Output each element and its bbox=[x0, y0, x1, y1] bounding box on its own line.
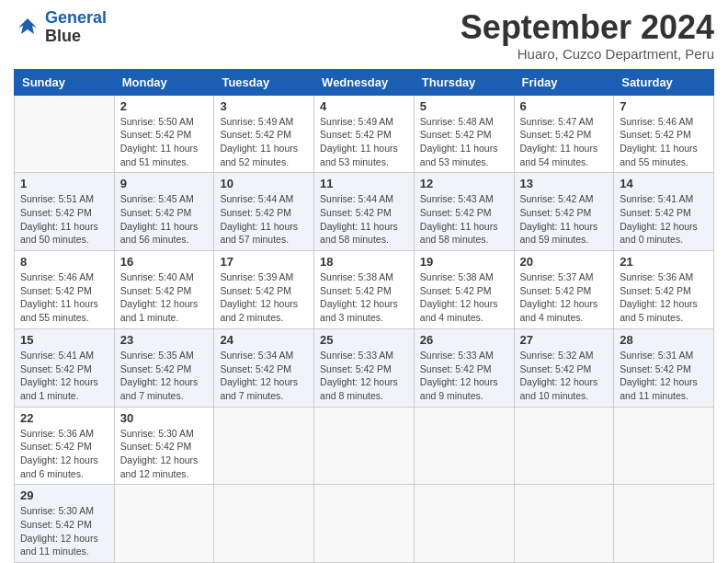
weekday-header: Thursday bbox=[414, 69, 514, 95]
calendar-table: SundayMondayTuesdayWednesdayThursdayFrid… bbox=[14, 69, 714, 563]
day-info: Sunrise: 5:44 AM Sunset: 5:42 PM Dayligh… bbox=[220, 192, 308, 247]
calendar-cell: 25Sunrise: 5:33 AM Sunset: 5:42 PM Dayli… bbox=[314, 328, 415, 407]
day-info: Sunrise: 5:45 AM Sunset: 5:42 PM Dayligh… bbox=[120, 192, 209, 247]
calendar-cell: 4Sunrise: 5:49 AM Sunset: 5:42 PM Daylig… bbox=[314, 95, 415, 173]
day-info: Sunrise: 5:49 AM Sunset: 5:42 PM Dayligh… bbox=[220, 115, 308, 169]
title-block: September 2024 Huaro, Cuzco Department, … bbox=[461, 9, 714, 62]
calendar-cell: 2Sunrise: 5:50 AM Sunset: 5:42 PM Daylig… bbox=[114, 95, 214, 173]
weekday-header: Tuesday bbox=[214, 69, 314, 95]
calendar-cell: 18Sunrise: 5:38 AM Sunset: 5:42 PM Dayli… bbox=[314, 251, 415, 329]
day-number: 13 bbox=[520, 177, 609, 190]
calendar-cell: 19Sunrise: 5:38 AM Sunset: 5:42 PM Dayli… bbox=[414, 251, 514, 329]
calendar-cell: 10Sunrise: 5:44 AM Sunset: 5:42 PM Dayli… bbox=[214, 173, 314, 251]
calendar-cell: 13Sunrise: 5:42 AM Sunset: 5:42 PM Dayli… bbox=[514, 173, 614, 251]
day-info: Sunrise: 5:38 AM Sunset: 5:42 PM Dayligh… bbox=[420, 270, 508, 325]
day-number: 3 bbox=[220, 99, 308, 113]
day-info: Sunrise: 5:36 AM Sunset: 5:42 PM Dayligh… bbox=[620, 270, 708, 325]
day-info: Sunrise: 5:43 AM Sunset: 5:42 PM Dayligh… bbox=[420, 192, 508, 247]
weekday-header-row: SundayMondayTuesdayWednesdayThursdayFrid… bbox=[15, 69, 714, 95]
svg-marker-0 bbox=[18, 18, 37, 34]
calendar-cell: 7Sunrise: 5:46 AM Sunset: 5:42 PM Daylig… bbox=[614, 95, 714, 173]
day-info: Sunrise: 5:41 AM Sunset: 5:42 PM Dayligh… bbox=[20, 349, 108, 403]
day-info: Sunrise: 5:38 AM Sunset: 5:42 PM Dayligh… bbox=[320, 270, 408, 325]
calendar-cell: 21Sunrise: 5:36 AM Sunset: 5:42 PM Dayli… bbox=[614, 251, 714, 329]
day-number: 21 bbox=[620, 255, 708, 269]
calendar-cell: 29Sunrise: 5:30 AM Sunset: 5:42 PM Dayli… bbox=[15, 485, 115, 563]
weekday-header: Monday bbox=[114, 69, 214, 95]
day-info: Sunrise: 5:40 AM Sunset: 5:42 PM Dayligh… bbox=[120, 270, 209, 325]
day-info: Sunrise: 5:39 AM Sunset: 5:42 PM Dayligh… bbox=[220, 270, 308, 325]
calendar-cell: 12Sunrise: 5:43 AM Sunset: 5:42 PM Dayli… bbox=[414, 173, 514, 251]
day-number: 27 bbox=[520, 333, 609, 347]
day-info: Sunrise: 5:34 AM Sunset: 5:42 PM Dayligh… bbox=[220, 349, 308, 403]
logo-icon bbox=[14, 14, 41, 41]
day-info: Sunrise: 5:49 AM Sunset: 5:42 PM Dayligh… bbox=[320, 115, 408, 169]
day-info: Sunrise: 5:37 AM Sunset: 5:42 PM Dayligh… bbox=[520, 270, 609, 325]
day-number: 4 bbox=[320, 99, 408, 113]
calendar-cell: 28Sunrise: 5:31 AM Sunset: 5:42 PM Dayli… bbox=[614, 328, 714, 407]
day-info: Sunrise: 5:35 AM Sunset: 5:42 PM Dayligh… bbox=[120, 349, 209, 403]
day-number: 7 bbox=[620, 99, 708, 113]
logo: GeneralBlue bbox=[14, 9, 107, 46]
day-number: 18 bbox=[320, 255, 408, 269]
day-info: Sunrise: 5:30 AM Sunset: 5:42 PM Dayligh… bbox=[120, 427, 209, 481]
location: Huaro, Cuzco Department, Peru bbox=[461, 46, 714, 62]
day-info: Sunrise: 5:44 AM Sunset: 5:42 PM Dayligh… bbox=[320, 192, 408, 247]
calendar-cell bbox=[214, 407, 314, 485]
calendar-cell: 14Sunrise: 5:41 AM Sunset: 5:42 PM Dayli… bbox=[614, 173, 714, 251]
day-number: 26 bbox=[420, 333, 508, 347]
day-number: 28 bbox=[620, 333, 708, 347]
day-number: 11 bbox=[320, 177, 408, 190]
day-info: Sunrise: 5:51 AM Sunset: 5:42 PM Dayligh… bbox=[20, 192, 108, 247]
day-info: Sunrise: 5:30 AM Sunset: 5:42 PM Dayligh… bbox=[20, 504, 108, 558]
calendar-cell: 27Sunrise: 5:32 AM Sunset: 5:42 PM Dayli… bbox=[514, 328, 614, 407]
calendar-cell: 1Sunrise: 5:51 AM Sunset: 5:42 PM Daylig… bbox=[15, 173, 115, 251]
day-number: 6 bbox=[520, 99, 609, 113]
page-header: GeneralBlue September 2024 Huaro, Cuzco … bbox=[14, 9, 714, 62]
day-info: Sunrise: 5:33 AM Sunset: 5:42 PM Dayligh… bbox=[320, 349, 408, 403]
calendar-cell: 11Sunrise: 5:44 AM Sunset: 5:42 PM Dayli… bbox=[314, 173, 415, 251]
day-number: 22 bbox=[20, 411, 108, 425]
day-number: 25 bbox=[320, 333, 408, 347]
day-info: Sunrise: 5:47 AM Sunset: 5:42 PM Dayligh… bbox=[520, 115, 609, 169]
calendar-week-row: 1Sunrise: 5:51 AM Sunset: 5:42 PM Daylig… bbox=[15, 173, 714, 251]
calendar-cell bbox=[314, 407, 415, 485]
weekday-header: Saturday bbox=[614, 69, 714, 95]
calendar-cell bbox=[15, 95, 115, 173]
calendar-cell: 17Sunrise: 5:39 AM Sunset: 5:42 PM Dayli… bbox=[214, 251, 314, 329]
day-number: 23 bbox=[120, 333, 209, 347]
calendar-cell: 23Sunrise: 5:35 AM Sunset: 5:42 PM Dayli… bbox=[114, 328, 214, 407]
calendar-cell: 9Sunrise: 5:45 AM Sunset: 5:42 PM Daylig… bbox=[114, 173, 214, 251]
day-info: Sunrise: 5:42 AM Sunset: 5:42 PM Dayligh… bbox=[520, 192, 609, 247]
day-number: 30 bbox=[120, 411, 209, 425]
day-number: 10 bbox=[220, 177, 308, 190]
day-info: Sunrise: 5:31 AM Sunset: 5:42 PM Dayligh… bbox=[620, 349, 708, 403]
day-info: Sunrise: 5:33 AM Sunset: 5:42 PM Dayligh… bbox=[420, 349, 508, 403]
calendar-cell: 8Sunrise: 5:46 AM Sunset: 5:42 PM Daylig… bbox=[15, 251, 115, 329]
day-number: 19 bbox=[420, 255, 508, 269]
calendar-cell: 3Sunrise: 5:49 AM Sunset: 5:42 PM Daylig… bbox=[214, 95, 314, 173]
day-number: 9 bbox=[120, 177, 209, 190]
calendar-cell: 30Sunrise: 5:30 AM Sunset: 5:42 PM Dayli… bbox=[114, 407, 214, 485]
calendar-cell: 6Sunrise: 5:47 AM Sunset: 5:42 PM Daylig… bbox=[514, 95, 614, 173]
day-number: 20 bbox=[520, 255, 609, 269]
calendar-cell bbox=[614, 407, 714, 485]
calendar-cell bbox=[214, 485, 314, 563]
calendar-cell: 5Sunrise: 5:48 AM Sunset: 5:42 PM Daylig… bbox=[414, 95, 514, 173]
day-info: Sunrise: 5:36 AM Sunset: 5:42 PM Dayligh… bbox=[20, 427, 108, 481]
day-number: 15 bbox=[20, 333, 108, 347]
day-number: 12 bbox=[420, 177, 508, 190]
day-number: 17 bbox=[220, 255, 308, 269]
day-number: 2 bbox=[120, 99, 209, 113]
calendar-week-row: 8Sunrise: 5:46 AM Sunset: 5:42 PM Daylig… bbox=[15, 251, 714, 329]
calendar-week-row: 22Sunrise: 5:36 AM Sunset: 5:42 PM Dayli… bbox=[15, 407, 714, 485]
weekday-header: Wednesday bbox=[314, 69, 415, 95]
day-info: Sunrise: 5:46 AM Sunset: 5:42 PM Dayligh… bbox=[20, 270, 108, 325]
day-info: Sunrise: 5:41 AM Sunset: 5:42 PM Dayligh… bbox=[620, 192, 708, 247]
calendar-week-row: 29Sunrise: 5:30 AM Sunset: 5:42 PM Dayli… bbox=[15, 485, 714, 563]
weekday-header: Sunday bbox=[15, 69, 115, 95]
day-number: 1 bbox=[20, 177, 108, 190]
calendar-cell: 20Sunrise: 5:37 AM Sunset: 5:42 PM Dayli… bbox=[514, 251, 614, 329]
weekday-header: Friday bbox=[514, 69, 614, 95]
calendar-cell: 24Sunrise: 5:34 AM Sunset: 5:42 PM Dayli… bbox=[214, 328, 314, 407]
